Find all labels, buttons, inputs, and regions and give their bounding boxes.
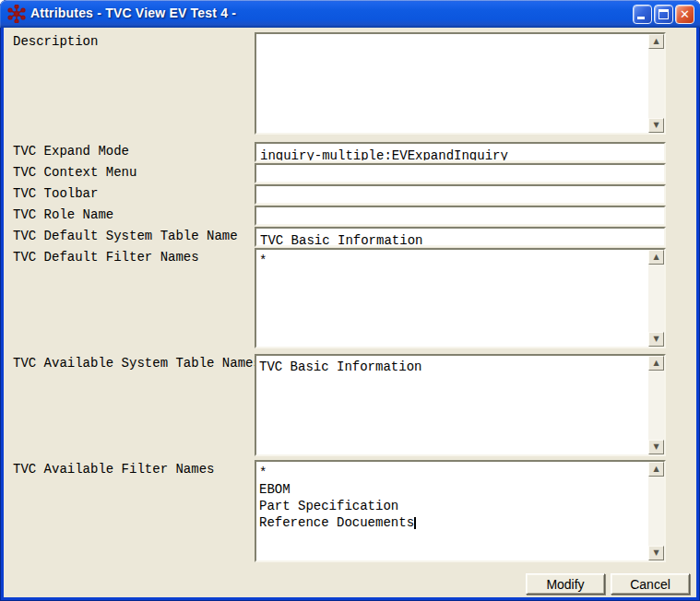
- maximize-icon: [658, 9, 669, 19]
- scroll-down-button[interactable]: ▼: [648, 118, 664, 133]
- tvc-available-system-table-names-textarea[interactable]: TVC Basic Information ▲ ▼: [255, 354, 666, 456]
- scrollbar-track[interactable]: [648, 265, 664, 332]
- maximize-button[interactable]: [654, 5, 673, 24]
- scrollbar-track[interactable]: [648, 49, 664, 118]
- vertical-scrollbar[interactable]: ▲ ▼: [648, 250, 664, 347]
- vertical-scrollbar[interactable]: ▲ ▼: [648, 356, 664, 454]
- close-icon: ✕: [676, 6, 694, 23]
- minimize-icon: [637, 17, 645, 19]
- scroll-up-icon: ▲: [653, 253, 658, 261]
- tvc-expand-mode-input[interactable]: inquiry-multiple:EVExpandInquiry: [255, 142, 666, 162]
- field-label-tvc-default-system-table-name: TVC Default System Table Name: [13, 230, 238, 242]
- text-cursor: [414, 517, 416, 529]
- description-textarea[interactable]: ▲ ▼: [255, 32, 666, 135]
- field-label-tvc-role-name: TVC Role Name: [13, 208, 113, 221]
- field-label-description: Description: [13, 35, 98, 48]
- tvc-toolbar-input[interactable]: [255, 184, 666, 205]
- vertical-scrollbar[interactable]: ▲ ▼: [648, 462, 664, 560]
- field-label-tvc-default-filter-names: TVC Default Filter Names: [13, 251, 199, 264]
- scroll-down-button[interactable]: ▼: [648, 332, 664, 347]
- modify-button[interactable]: Modify: [526, 573, 605, 595]
- tvc-role-name-input[interactable]: [255, 206, 666, 226]
- scrollbar-track[interactable]: [648, 371, 664, 440]
- scroll-up-button[interactable]: ▲: [648, 250, 664, 265]
- scroll-up-icon: ▲: [653, 465, 658, 473]
- app-icon: [7, 5, 26, 23]
- window-title: Attributes - TVC View EV Test 4 -: [30, 6, 236, 20]
- close-button[interactable]: ✕: [675, 5, 694, 24]
- minimize-button[interactable]: [633, 5, 652, 24]
- tvc-context-menu-input[interactable]: [255, 163, 666, 183]
- title-bar[interactable]: Attributes - TVC View EV Test 4 - ✕: [0, 0, 700, 28]
- dialog-client-area: Description ▲ ▼ TVC Expand Mode inquiry-…: [4, 28, 696, 597]
- scroll-up-button[interactable]: ▲: [648, 462, 664, 477]
- scroll-down-icon: ▼: [653, 443, 658, 451]
- field-label-tvc-toolbar: TVC Toolbar: [13, 187, 98, 200]
- scroll-up-icon: ▲: [653, 359, 658, 367]
- scroll-down-button[interactable]: ▼: [648, 440, 664, 454]
- scroll-down-icon: ▼: [653, 336, 658, 343]
- field-label-tvc-available-system-table-names: TVC Available System Table Names: [13, 357, 261, 370]
- field-label-tvc-context-menu: TVC Context Menu: [13, 166, 136, 179]
- tvc-default-system-table-name-input[interactable]: TVC Basic Information: [255, 227, 666, 247]
- scroll-down-button[interactable]: ▼: [648, 546, 664, 560]
- field-label-tvc-expand-mode: TVC Expand Mode: [13, 145, 129, 158]
- scroll-down-icon: ▼: [653, 549, 658, 557]
- vertical-scrollbar[interactable]: ▲ ▼: [648, 34, 664, 133]
- tvc-default-filter-names-textarea[interactable]: * ▲ ▼: [255, 248, 666, 348]
- scrollbar-track[interactable]: [648, 477, 664, 546]
- cancel-button[interactable]: Cancel: [611, 573, 690, 595]
- field-label-tvc-available-filter-names: TVC Available Filter Names: [13, 463, 214, 476]
- tvc-available-filter-names-textarea[interactable]: * EBOM Part Specification Reference Docu…: [255, 460, 666, 562]
- scroll-up-icon: ▲: [653, 38, 658, 45]
- scroll-down-icon: ▼: [653, 122, 658, 129]
- scroll-up-button[interactable]: ▲: [648, 34, 664, 49]
- scroll-up-button[interactable]: ▲: [648, 356, 664, 371]
- attributes-dialog-window: Attributes - TVC View EV Test 4 - ✕ Desc…: [0, 0, 700, 601]
